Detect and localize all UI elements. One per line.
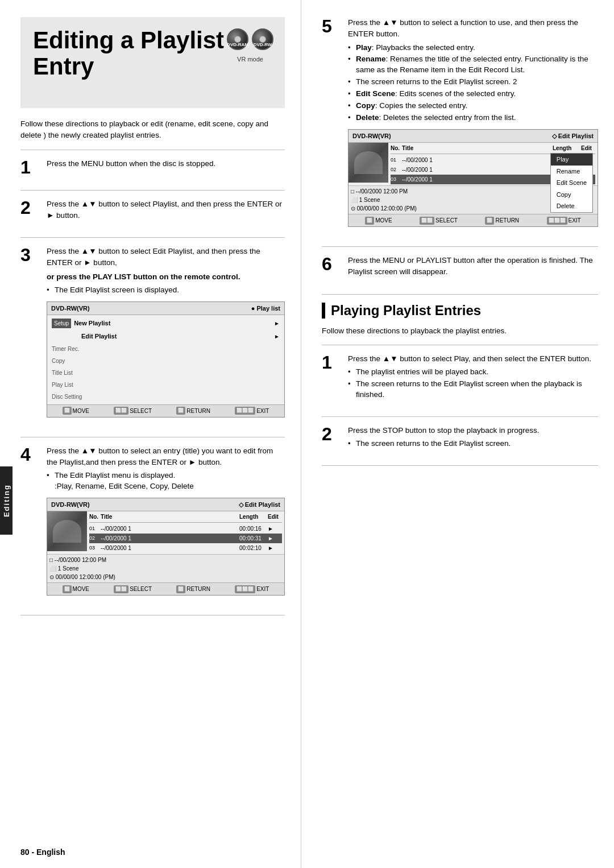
side-tab-label: Editing [2,484,11,517]
menu-row-titlelist: Title List [52,367,280,379]
heading-bar [322,303,325,319]
playing-playlist-title: Playing Playlist Entries [331,303,481,319]
bullet-edit-scene: Edit Scene: Edits scenes of the selected… [348,89,598,100]
divider-7 [322,345,598,345]
step-4-number: 4 [20,445,41,464]
screen2-body: No. Title Length Edit 01 --/00/2000 1 00… [47,511,284,554]
bullet-screen-return: The screen returns to the Edit Playlist … [348,77,598,88]
divider-4 [20,615,285,615]
bullet-rename: Rename: Renames the title of the selecte… [348,54,598,76]
playing-step-2-number: 2 [322,425,342,443]
dvd-ram-icon: DVD-RAM [227,28,248,50]
screen3-mockup: DVD-RW(VR) ◇ Edit Playlist No. Title Len… [348,129,598,228]
screen2-footer: ⬜MOVE ⬜⬜SELECT ⬜RETURN ⬜⬜⬜EXIT [47,582,284,595]
step-3-number: 3 [20,246,41,264]
vr-label: VR mode [237,56,263,63]
step-3-content: Press the ▲▼ button to select Edit Playl… [47,246,285,423]
screen1-footer: ⬜MOVE ⬜⬜SELECT ⬜RETURN ⬜⬜⬜EXIT [47,404,284,417]
page-footer: 80 - English [20,848,65,857]
divider-9 [322,465,598,466]
context-menu-item-edit-scene[interactable]: Edit Scene [551,177,592,189]
playing-step-2-bullet-1: The screen returns to the Edit Playlist … [348,439,598,449]
divider-2 [20,237,285,238]
step-3-bullet-1: The Edit Playlist screen is displayed. [47,285,285,296]
step-1-number: 1 [20,158,41,176]
playing-playlist-heading: Playing Playlist Entries [322,303,598,319]
step-5: 5 Press the ▲▼ button to select a functi… [322,17,598,238]
screen3-header: DVD-RW(VR) ◇ Edit Playlist [349,130,598,143]
screen3-thumbnail [349,143,388,183]
bullet-play: Play: Playbacks the selected entry. [348,43,598,53]
playing-step-2: 2 Press the STOP button to stop the play… [322,425,598,457]
step-4-content: Press the ▲▼ button to select an entry (… [47,445,285,602]
step-5-bullets: Play: Playbacks the selected entry. Rena… [348,43,598,123]
step-3: 3 Press the ▲▼ button to select Edit Pla… [20,246,285,429]
screen1-header: DVD-RW(VR) ● Play list [47,302,284,316]
screen3-footer: ⬜MOVE ⬜⬜SELECT ⬜RETURN ⬜⬜⬜EXIT [349,214,598,226]
screen2-row-2: 02 --/00/2000 1 00:00:31 ► [89,534,282,543]
playing-bullet-2: The screen returns to the Edit Playlist … [348,379,598,400]
divider-6 [322,294,598,295]
context-menu-item-delete[interactable]: Delete [551,200,592,212]
context-menu-item-copy[interactable]: Copy [551,189,592,201]
menu-row-setup: Setup New Playlist ► [52,317,280,330]
disc-row: DVD-RAM DVD-RW [227,28,273,50]
screen3-container: DVD-RW(VR) ◇ Edit Playlist No. Title Len… [348,129,598,228]
divider-3 [20,437,285,437]
step-2-number: 2 [20,199,41,217]
side-tab: Editing [0,466,13,535]
screen2-header: DVD-RW(VR) ◇ Edit Playlist [47,498,284,512]
screen2-row-1: 01 --/00/2000 1 00:00:16 ► [89,524,282,534]
menu-row-edit-playlist: Edit Playlist ► [52,330,280,343]
disc-icons: DVD-RAM DVD-RW VR mode [227,28,273,63]
screen3-header-right: ◇ Edit Playlist [552,131,594,141]
step-6: 6 Press the MENU or PLAYLIST button afte… [322,255,598,286]
step-2-content: Press the ▲▼ button to select Playlist, … [47,199,285,224]
screen1-header-right: ● Play list [251,304,280,313]
right-column: 5 Press the ▲▼ button to select a functi… [301,0,614,868]
playing-step-2-content: Press the STOP button to stop the playba… [348,425,598,452]
step-6-number: 6 [322,255,342,273]
left-column: Editing a Playlist Entry DVD-RAM DVD-RW … [0,0,301,868]
bullet-delete: Delete: Deletes the selected entry from … [348,113,598,123]
menu-row-discsetting: Disc Setting [52,391,280,403]
context-menu: Play Rename Edit Scene Copy Delete [550,153,593,213]
screen1-menu: Setup New Playlist ► Edit Playlist ► Tim… [47,315,284,404]
divider-5 [322,246,598,247]
context-menu-item-rename[interactable]: Rename [551,166,592,177]
screen2-info: □ --/00/2000 12:00 PM ⬜ 1 Scene ⊙ 00/00/… [47,554,284,582]
dvd-rw-icon: DVD-RW [252,28,273,50]
playing-step-1-content: Press the ▲▼ button to select Play, and … [348,353,598,403]
screen1-body: Setup New Playlist ► Edit Playlist ► Tim… [47,315,284,404]
step-3-bullets: The Edit Playlist screen is displayed. [47,285,285,296]
screen2-header-right: ◇ Edit Playlist [239,500,280,510]
step-2: 2 Press the ▲▼ button to select Playlist… [20,199,285,230]
screen1-header-left: DVD-RW(VR) [51,304,90,313]
screen1-mockup: DVD-RW(VR) ● Play list Setup New Playlis… [47,301,285,418]
screen2-list: No. Title Length Edit 01 --/00/2000 1 00… [87,511,284,554]
divider-0 [20,150,285,150]
screen3-body: No. Title Length Edit 01 --/00/2000 1 00… [349,143,598,185]
bullet-copy: Copy: Copies the selected entry. [348,101,598,111]
playing-step-1: 1 Press the ▲▼ button to select Play, an… [322,353,598,408]
screen2-list-header: No. Title Length Edit [89,512,282,523]
step-5-number: 5 [322,17,342,35]
divider-1 [20,190,285,191]
divider-8 [322,416,598,417]
step-6-content: Press the MENU or PLAYLIST button after … [348,255,598,280]
context-menu-item-play[interactable]: Play [551,154,592,166]
menu-row-playlist: Play List [52,379,280,391]
playing-step-2-bullets: The screen returns to the Edit Playlist … [348,439,598,449]
footer-text: 80 - English [20,848,65,857]
title-section: Editing a Playlist Entry DVD-RAM DVD-RW … [20,17,285,108]
intro-text: Follow these directions to playback or e… [20,118,285,142]
playing-step-1-number: 1 [322,353,342,371]
screen3-header-left: DVD-RW(VR) [352,131,391,141]
step-5-content: Press the ▲▼ button to select a function… [348,17,598,233]
step-1-content: Press the MENU button when the disc is s… [47,158,285,172]
step-1: 1 Press the MENU button when the disc is… [20,158,285,182]
step-4-bullets: The Edit Playlist menu is displayed.:Pla… [47,470,285,492]
menu-row-timer: Timer Rec. [52,343,280,355]
step-4: 4 Press the ▲▼ button to select an entry… [20,445,285,607]
menu-row-copy: Copy [52,355,280,367]
